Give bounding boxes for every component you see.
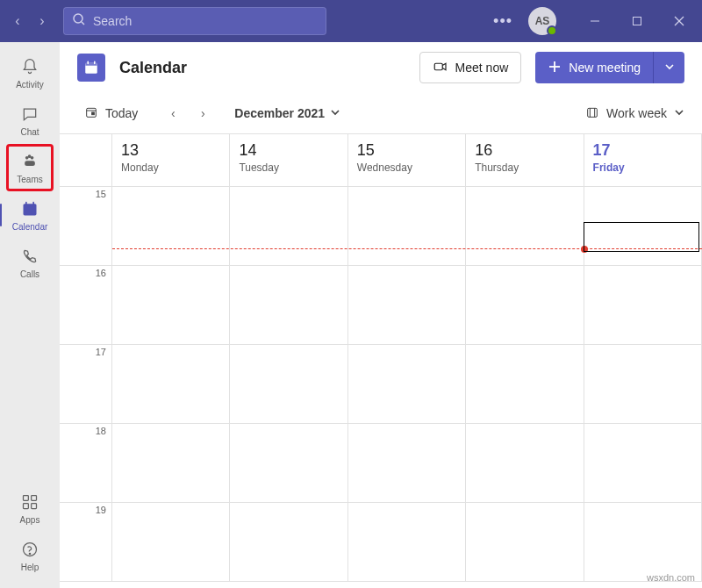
avatar[interactable]: AS — [528, 7, 556, 35]
time-slot[interactable] — [230, 266, 347, 345]
view-switcher[interactable]: Work week — [585, 105, 684, 122]
rail-item-teams[interactable]: Teams — [6, 144, 54, 191]
svg-rect-9 — [25, 161, 35, 166]
calendar-toolbar: Today ‹ › December 2021 Work week — [60, 93, 702, 133]
time-slot[interactable] — [230, 187, 347, 266]
prev-week-button[interactable]: ‹ — [161, 101, 185, 125]
time-slot[interactable] — [230, 503, 347, 582]
bell-icon — [19, 56, 40, 77]
calendar-grid: 13Monday 14Tuesday 15Wednesday 16Thursda… — [60, 133, 702, 588]
rail-item-label: Teams — [17, 175, 42, 184]
history-nav: ‹ › — [7, 11, 53, 32]
day-header-today[interactable]: 17Friday — [584, 134, 702, 187]
time-slot[interactable] — [584, 345, 702, 424]
search-input[interactable] — [93, 14, 318, 28]
app-rail: Activity Chat Teams Calendar Calls Apps — [0, 42, 60, 588]
svg-rect-14 — [24, 496, 29, 501]
week-view-icon — [585, 105, 599, 122]
svg-rect-16 — [24, 504, 29, 509]
time-slot[interactable] — [466, 424, 584, 503]
time-slot[interactable] — [466, 345, 584, 424]
time-slot[interactable] — [230, 424, 347, 503]
time-label: 15 — [60, 187, 112, 266]
svg-rect-22 — [88, 61, 90, 65]
time-slot[interactable] — [348, 503, 466, 582]
time-slot[interactable] — [466, 266, 584, 345]
calendar-app-icon — [77, 54, 105, 82]
svg-point-0 — [74, 14, 82, 23]
minimize-button[interactable] — [579, 7, 611, 35]
more-menu[interactable]: ••• — [493, 12, 512, 31]
time-slot[interactable] — [348, 266, 466, 345]
titlebar: ‹ › ••• AS — [0, 0, 702, 42]
rail-item-label: Calendar — [12, 222, 48, 232]
time-slot[interactable] — [584, 503, 702, 582]
today-icon — [84, 105, 98, 122]
new-meeting-dropdown[interactable] — [653, 52, 684, 83]
back-button[interactable]: ‹ — [7, 11, 28, 32]
day-header[interactable]: 15Wednesday — [348, 134, 466, 187]
presence-indicator — [547, 25, 557, 36]
time-slot[interactable] — [466, 187, 584, 266]
rail-item-activity[interactable]: Activity — [6, 49, 54, 97]
new-meeting-button[interactable]: New meeting — [535, 52, 653, 83]
time-slot[interactable] — [112, 345, 230, 424]
meet-now-button[interactable]: Meet now — [419, 52, 522, 83]
close-button[interactable] — [663, 7, 695, 35]
new-meeting-label: New meeting — [569, 61, 641, 75]
time-slot[interactable] — [112, 187, 230, 266]
svg-rect-23 — [94, 61, 96, 65]
view-label: Work week — [606, 106, 667, 120]
rail-item-label: Chat — [20, 127, 39, 137]
rail-item-label: Apps — [20, 515, 40, 525]
month-picker[interactable]: December 2021 — [234, 106, 340, 120]
time-slot[interactable] — [348, 424, 466, 503]
rail-item-calendar[interactable]: Calendar — [6, 191, 54, 239]
time-slot[interactable] — [348, 187, 466, 266]
time-slot[interactable] — [112, 424, 230, 503]
time-slot[interactable] — [584, 187, 702, 266]
rail-item-apps[interactable]: Apps — [6, 484, 54, 532]
day-header[interactable]: 16Thursday — [466, 134, 584, 187]
time-label: 16 — [60, 266, 112, 345]
chevron-down-icon — [664, 61, 675, 75]
time-label: 19 — [60, 503, 112, 582]
svg-point-19 — [29, 553, 30, 554]
chat-icon — [19, 104, 40, 125]
maximize-button[interactable] — [621, 7, 653, 35]
svg-rect-12 — [25, 202, 27, 205]
time-slot[interactable] — [112, 266, 230, 345]
main-content: Calendar Meet now New meeting — [60, 42, 702, 588]
day-header[interactable]: 14Tuesday — [230, 134, 347, 187]
svg-rect-15 — [32, 496, 37, 501]
chevron-down-icon — [330, 106, 340, 120]
time-slot[interactable] — [112, 503, 230, 582]
time-slot[interactable] — [466, 503, 584, 582]
time-slot[interactable] — [584, 266, 702, 345]
apps-icon — [19, 491, 40, 513]
video-icon — [433, 59, 448, 77]
rail-item-chat[interactable]: Chat — [6, 97, 54, 144]
rail-item-calls[interactable]: Calls — [6, 239, 54, 286]
time-label: 17 — [60, 345, 112, 424]
search-box[interactable] — [63, 7, 326, 35]
page-title: Calendar — [119, 59, 187, 77]
next-week-button[interactable]: › — [190, 101, 215, 125]
meet-now-label: Meet now — [455, 61, 509, 75]
teams-icon — [19, 151, 40, 172]
watermark: wsxdn.com — [647, 572, 695, 583]
time-slot[interactable] — [584, 424, 702, 503]
time-slot[interactable] — [348, 345, 466, 424]
rail-item-help[interactable]: Help — [6, 532, 54, 579]
svg-point-8 — [28, 154, 32, 158]
today-button[interactable]: Today — [77, 102, 145, 125]
avatar-initials: AS — [535, 15, 550, 27]
forward-button[interactable]: › — [32, 11, 53, 32]
time-slot[interactable] — [230, 345, 347, 424]
day-header[interactable]: 13Monday — [112, 134, 230, 187]
rail-item-label: Calls — [20, 269, 39, 279]
svg-rect-29 — [92, 112, 95, 115]
svg-rect-17 — [32, 504, 37, 509]
rail-item-label: Help — [21, 563, 39, 572]
chevron-down-icon — [674, 106, 684, 120]
